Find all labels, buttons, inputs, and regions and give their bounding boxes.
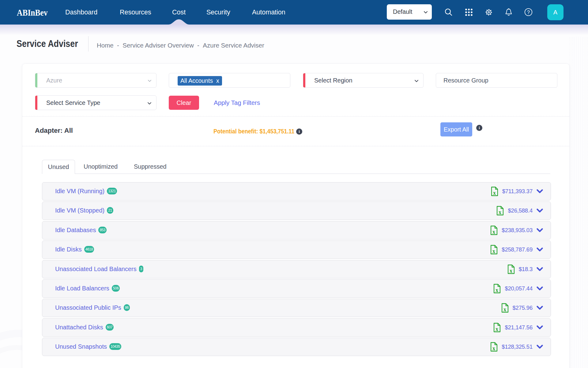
- svg-text:x: x: [492, 345, 495, 351]
- svg-text:x: x: [496, 326, 498, 332]
- svg-text:x: x: [503, 306, 506, 312]
- svg-text:x: x: [499, 209, 501, 215]
- svg-text:x: x: [492, 248, 495, 254]
- svg-text:x: x: [496, 287, 498, 293]
- svg-text:x: x: [493, 190, 496, 196]
- svg-text:?: ?: [527, 10, 530, 15]
- svg-text:x: x: [510, 268, 512, 274]
- svg-text:x: x: [492, 229, 495, 235]
